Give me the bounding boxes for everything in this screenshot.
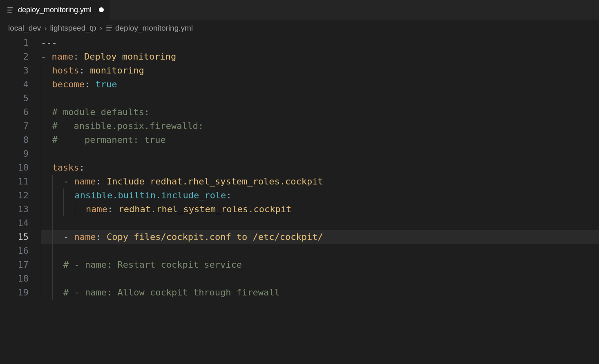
code-line[interactable] xyxy=(41,216,599,230)
tab-label: deploy_monitoring.yml xyxy=(18,6,92,14)
tab-bar: deploy_monitoring.yml xyxy=(0,0,599,20)
code-line[interactable]: - name: Copy files/cockpit.conf to /etc/… xyxy=(41,230,599,244)
line-number: 5 xyxy=(0,91,29,105)
line-number: 13 xyxy=(0,202,29,216)
line-number: 9 xyxy=(0,147,29,161)
code-line[interactable]: --- xyxy=(41,36,599,50)
code-line[interactable]: hosts: monitoring xyxy=(41,64,599,78)
code-line[interactable]: # - name: Restart cockpit service xyxy=(41,258,599,272)
line-number: 4 xyxy=(0,78,29,91)
code-line[interactable]: ansible.builtin.include_role: xyxy=(41,189,599,202)
line-number: 11 xyxy=(0,175,29,189)
breadcrumb-item[interactable]: local_dev xyxy=(8,24,41,33)
chevron-right-icon: › xyxy=(100,24,102,33)
code-editor[interactable]: 12345678910111213141516171819 ---- name:… xyxy=(0,36,599,300)
line-number: 12 xyxy=(0,189,29,202)
file-lines-icon xyxy=(105,24,113,32)
line-number: 18 xyxy=(0,272,29,286)
line-number: 2 xyxy=(0,50,29,64)
line-number: 17 xyxy=(0,258,29,272)
breadcrumb-item[interactable]: lightspeed_tp xyxy=(50,24,96,33)
modified-indicator-icon[interactable] xyxy=(99,7,104,12)
code-line[interactable] xyxy=(41,272,599,286)
line-number: 1 xyxy=(0,36,29,50)
code-content[interactable]: ---- name: Deploy monitoring hosts: moni… xyxy=(41,36,599,300)
line-number: 6 xyxy=(0,105,29,119)
line-number: 7 xyxy=(0,119,29,133)
line-number: 10 xyxy=(0,161,29,175)
code-line[interactable] xyxy=(41,91,599,105)
code-line[interactable]: - name: Include redhat.rhel_system_roles… xyxy=(41,175,599,189)
code-line[interactable]: # ansible.posix.firewalld: xyxy=(41,119,599,133)
tab-deploy-monitoring[interactable]: deploy_monitoring.yml xyxy=(0,0,111,20)
line-number: 19 xyxy=(0,286,29,300)
line-number: 15 xyxy=(0,230,29,244)
line-number: 16 xyxy=(0,244,29,258)
code-line[interactable] xyxy=(41,244,599,258)
code-line[interactable]: name: redhat.rhel_system_roles.cockpit xyxy=(41,202,599,216)
code-line[interactable]: tasks: xyxy=(41,161,599,175)
line-number: 8 xyxy=(0,133,29,147)
line-number: 3 xyxy=(0,64,29,78)
file-lines-icon xyxy=(7,6,14,13)
breadcrumb-item-file[interactable]: deploy_monitoring.yml xyxy=(105,24,193,33)
code-line[interactable]: # permanent: true xyxy=(41,133,599,147)
line-number: 14 xyxy=(0,216,29,230)
chevron-right-icon: › xyxy=(44,24,47,33)
breadcrumb: local_dev › lightspeed_tp › deploy_monit… xyxy=(0,20,599,36)
code-line[interactable] xyxy=(41,147,599,161)
code-line[interactable]: # - name: Allow cockpit through firewall xyxy=(41,286,599,300)
code-line[interactable]: - name: Deploy monitoring xyxy=(41,50,599,64)
code-line[interactable]: # module_defaults: xyxy=(41,105,599,119)
code-line[interactable]: become: true xyxy=(41,78,599,91)
line-number-gutter: 12345678910111213141516171819 xyxy=(0,36,41,300)
